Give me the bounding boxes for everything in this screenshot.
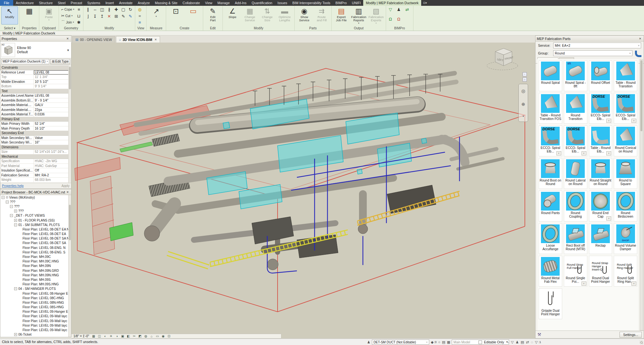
property-value[interactable]: 10' 5 1/2" [34, 80, 71, 84]
tree-item-01-floor-plans-ss[interactable]: +01 - FLOOR PLANS (SS) [0, 218, 71, 222]
stamp-person-button[interactable]: ♟ [396, 6, 402, 12]
show-service-button[interactable]: ◉Show Service [296, 6, 313, 25]
borrowers-icon[interactable]: ◆ [431, 340, 433, 344]
properties-help-link[interactable]: Properties help [2, 184, 24, 188]
chevron-down-icon[interactable]: ▼ [67, 49, 70, 52]
part-dropdown-icon[interactable]: ˅ [606, 119, 611, 123]
view-tab-00-opening-view[interactable]: ▤00 - OPENING VIEW [72, 36, 115, 43]
tree-item-floor-plan-mh-09c[interactable]: Floor Plan: MH.09C [0, 254, 71, 259]
menu-item-view[interactable]: View [203, 0, 215, 6]
nav-options-icon[interactable]: ▾ [523, 115, 524, 118]
part-table-round-transition[interactable]: Table - Round Transition [614, 60, 637, 91]
active-workset-select[interactable]: DET-SM DUCT (Not Editable) ˅ [372, 340, 429, 345]
category-select[interactable]: MEP Fabrication Ductwork (1) ˅ [1, 59, 49, 64]
part-rectap[interactable]: Rectap [589, 223, 612, 254]
group-select[interactable]: Round ˅ [553, 50, 632, 56]
expand-icon[interactable]: + [14, 210, 17, 212]
part-ecco-spiral-elb[interactable]: DORSEECCO- Spiral Elb...˅ [614, 93, 637, 124]
part-loose-accuflange[interactable]: Loose Accuflange [539, 223, 562, 254]
property-value[interactable]: 9' - 9 1/4" [34, 98, 71, 103]
project-browser-scrollbar[interactable] [68, 195, 71, 337]
part-ecco-spiral-elb[interactable]: DORSEECCO- Spiral Elb...˅ [564, 125, 587, 156]
property-value[interactable]: 0.0336 [34, 112, 71, 117]
select-pinned-icon[interactable]: ⇄ [526, 340, 529, 344]
crop-view-icon[interactable]: ▣ [120, 334, 125, 338]
tree-item-[interactable]: −??? [0, 204, 71, 209]
part-table-round-elb[interactable]: Table - Round Elb...˅ [589, 125, 612, 156]
collapse-icon[interactable]: − [14, 223, 17, 226]
properties-scrollbar[interactable] [68, 65, 71, 183]
tree-item-floor-plan-level-08-det-ea[interactable]: Floor Plan: LEVEL 08-DET EA [0, 232, 71, 236]
worksets-icon[interactable]: ♟ [367, 340, 370, 344]
resize-grip[interactable] [640, 341, 643, 344]
part-round-to-square[interactable]: Round to Square [614, 158, 637, 189]
part-round-lateral-on-round[interactable]: Round Lateral on Round [564, 158, 587, 189]
temporary-hide-icon[interactable]: ◩ [138, 334, 142, 338]
model-3d-scene[interactable] [71, 43, 535, 339]
editable-only-checkbox[interactable] [478, 340, 482, 344]
property-value[interactable]: MH: RA-2 [34, 173, 71, 178]
load-family-button[interactable]: ▭ [185, 6, 202, 25]
tree-item-floor-plan-mh-09n-grd[interactable]: Floor Plan: MH.09N.GRD [0, 268, 71, 273]
edit-part-button[interactable]: ✎Edit Part [204, 6, 221, 25]
part-dropdown-icon[interactable]: ˅ [631, 281, 636, 286]
tree-item-floor-plan-level-08c-hng[interactable]: Floor Plan: LEVEL 08C-HNG [0, 296, 71, 300]
close-icon[interactable]: ✕ [65, 36, 70, 41]
property-value[interactable]: Off [34, 168, 71, 173]
move-button[interactable]: ✚ [113, 6, 119, 12]
pin-button[interactable]: ↧ [92, 13, 98, 19]
tree-item-floor-plan-mh-09c-hng[interactable]: Floor Plan: MH.09C.HNG [0, 259, 71, 264]
menu-item-annotate[interactable]: Annotate [117, 0, 135, 6]
funnel-select-button[interactable]: ▽ [387, 6, 393, 12]
menu-item-add-ins[interactable]: Add-Ins [232, 0, 249, 6]
part-round-split-ring-han[interactable]: Round Split Ring HangerRound Split Ring … [614, 256, 637, 287]
property-value[interactable]: 16 1/2" [34, 126, 71, 131]
select-underlay-icon[interactable]: ◌ [531, 340, 533, 344]
crop-region-icon[interactable]: ✂ [132, 334, 137, 338]
part-round-offset[interactable]: Round Offset [589, 60, 612, 91]
linework-button[interactable]: ≈ [137, 13, 143, 19]
part-dropdown-icon[interactable]: ˅ [606, 151, 611, 155]
swap-arrows-button[interactable]: ⇄ [404, 6, 410, 12]
property-value[interactable]: Value [34, 136, 71, 140]
tree-item-floor-plan-level-08-det-ea-n[interactable]: Floor Plan: LEVEL 08-DET EA N [0, 227, 71, 232]
filter-icon[interactable]: ▽ [535, 340, 537, 344]
part-rect-boot-off-round-mtr[interactable]: Rect Boot off Round (MTR) [564, 223, 587, 254]
zoom-icon[interactable]: ⊕ [521, 102, 525, 107]
menu-item-bim-interoperability-tools[interactable]: BIM Interoperability Tools [290, 0, 333, 6]
slope-button[interactable]: ∠Slope [224, 6, 241, 25]
part-round-spiral[interactable]: Round Spiral [539, 60, 562, 91]
tree-item-floor-plan-mh-09s[interactable]: Floor Plan: MH.09S [0, 277, 71, 282]
part-round-single-poi[interactable]: Round Strap Full HangerRound Single Poi.… [564, 256, 587, 287]
tree-item-floor-plan-level-09-wall-layc[interactable]: Floor Plan: LEVEL 09-Wall layc [0, 319, 71, 323]
split-button[interactable]: ∦ [106, 6, 112, 12]
part-round-end-cap[interactable]: Round End Cap˅ [589, 191, 612, 222]
menu-item-massing-site[interactable]: Massing & Site [152, 0, 180, 6]
reveal-hidden-button[interactable]: ◍ [137, 6, 143, 12]
part-round-spiral-8ft[interactable]: 8ftRound Spiral - 8ft [564, 60, 587, 91]
fabrication-reports-button[interactable]: ▥Fabrication Reports▾ [350, 6, 367, 25]
tree-item-floor-plan-level-08s-hng[interactable]: Floor Plan: LEVEL 08S-HNG [0, 305, 71, 310]
magnet-remove-button[interactable]: Ω [396, 16, 402, 22]
close-icon[interactable]: ✕ [65, 190, 70, 194]
press-drag-icon[interactable]: ♟ [516, 340, 519, 344]
rotate-button[interactable]: ↻ [127, 6, 133, 12]
visual-style-icon[interactable]: ◐ [103, 334, 108, 338]
3d-viewport[interactable]: LEFT FRONT ▫ ⌂ ◎ ⊕ ▾ 1/8" = 1'-0" ▦◫◐☀◑▣… [71, 43, 535, 339]
trim-extend-button[interactable]: ⌋ [85, 13, 91, 19]
detail-level-icon[interactable]: ◫ [97, 334, 102, 338]
tree-item-[interactable]: −??? [0, 200, 71, 204]
tree-item-[interactable]: +??? [0, 209, 71, 213]
tree-item-04-sm-hanger-plots[interactable]: −04 - SM HANGER PLOTS [0, 287, 71, 291]
properties-button[interactable]: ▦ [21, 6, 38, 25]
settings-button[interactable]: Settings... [620, 332, 642, 338]
home-view-icon[interactable]: ⌂ [523, 77, 527, 82]
exclude-options-icon[interactable]: ▽ [511, 340, 514, 344]
route-and-fill-button[interactable]: ⇉Route and Fill [313, 6, 330, 25]
unpin-button[interactable]: ↥ [99, 13, 105, 19]
tree-item-floor-plan-level-09-wall-layc[interactable]: Floor Plan: LEVEL 09-Wall layc [0, 314, 71, 319]
tree-item-views-mckinstry[interactable]: −⊡Views (McKinstry) [0, 195, 71, 200]
tree-item-det-plot-views[interactable]: −_DET - PLOT VIEWS [0, 213, 71, 218]
menu-item-structure[interactable]: Structure [36, 0, 55, 6]
copy-button[interactable]: ▢ [120, 6, 126, 12]
